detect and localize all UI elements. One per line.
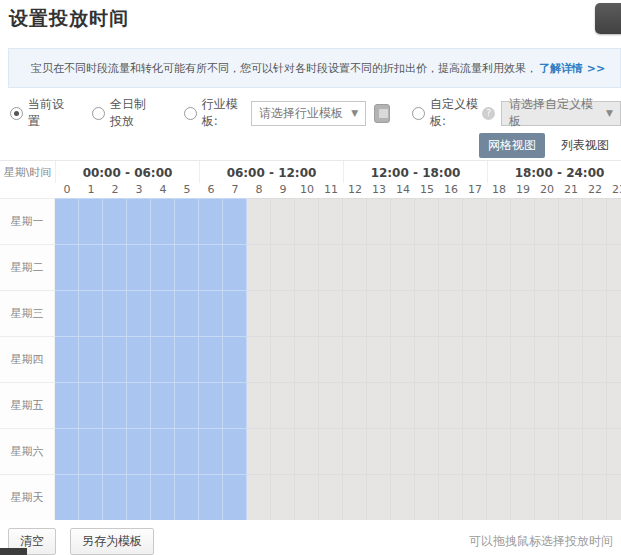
grid-cell[interactable]: [175, 198, 199, 244]
grid-cell[interactable]: [583, 336, 607, 382]
grid-cell[interactable]: [55, 382, 79, 428]
grid-cell[interactable]: [223, 290, 247, 336]
grid-cell[interactable]: [271, 474, 295, 520]
grid-cell[interactable]: [511, 290, 535, 336]
grid-cell[interactable]: [559, 382, 583, 428]
grid-cell[interactable]: [487, 290, 511, 336]
learn-more-link[interactable]: 了解详情 >>: [539, 61, 605, 76]
grid-cell[interactable]: [319, 382, 343, 428]
grid-cell[interactable]: [199, 290, 223, 336]
grid-cell[interactable]: [415, 428, 439, 474]
grid-cell[interactable]: [295, 474, 319, 520]
grid-cell[interactable]: [175, 382, 199, 428]
grid-cell[interactable]: [415, 290, 439, 336]
grid-cell[interactable]: [223, 198, 247, 244]
grid-cell[interactable]: [535, 428, 559, 474]
radio-industry-template[interactable]: 行业模板:: [184, 96, 241, 130]
grid-cell[interactable]: [463, 336, 487, 382]
grid-cell[interactable]: [175, 428, 199, 474]
radio-button[interactable]: [184, 107, 197, 120]
grid-cell[interactable]: [559, 290, 583, 336]
grid-cell[interactable]: [319, 244, 343, 290]
grid-cell[interactable]: [271, 336, 295, 382]
grid-cell[interactable]: [55, 474, 79, 520]
grid-cell[interactable]: [607, 336, 621, 382]
grid-cell[interactable]: [127, 474, 151, 520]
grid-cell[interactable]: [367, 428, 391, 474]
grid-cell[interactable]: [367, 336, 391, 382]
grid-cell[interactable]: [607, 474, 621, 520]
grid-cell[interactable]: [487, 474, 511, 520]
grid-cell[interactable]: [319, 428, 343, 474]
grid-cell[interactable]: [199, 474, 223, 520]
grid-cell[interactable]: [247, 474, 271, 520]
radio-all-day[interactable]: 全日制投放: [92, 96, 156, 130]
grid-cell[interactable]: [295, 382, 319, 428]
grid-cell[interactable]: [439, 244, 463, 290]
grid-cell[interactable]: [415, 336, 439, 382]
grid-cell[interactable]: [559, 428, 583, 474]
grid-cell[interactable]: [79, 382, 103, 428]
grid-cell[interactable]: [391, 290, 415, 336]
template-action-icon[interactable]: [374, 104, 390, 123]
grid-cell[interactable]: [223, 428, 247, 474]
grid-cell[interactable]: [175, 290, 199, 336]
grid-cell[interactable]: [295, 428, 319, 474]
grid-cell[interactable]: [151, 336, 175, 382]
grid-cell[interactable]: [559, 244, 583, 290]
grid-cell[interactable]: [535, 244, 559, 290]
grid-cell[interactable]: [439, 290, 463, 336]
grid-cell[interactable]: [463, 244, 487, 290]
grid-cell[interactable]: [247, 198, 271, 244]
grid-cell[interactable]: [55, 428, 79, 474]
grid-cell[interactable]: [487, 428, 511, 474]
grid-cell[interactable]: [79, 428, 103, 474]
grid-cell[interactable]: [511, 474, 535, 520]
grid-cell[interactable]: [511, 336, 535, 382]
grid-cell[interactable]: [583, 290, 607, 336]
grid-cell[interactable]: [223, 244, 247, 290]
grid-cell[interactable]: [199, 244, 223, 290]
grid-cell[interactable]: [391, 428, 415, 474]
grid-cell[interactable]: [583, 428, 607, 474]
grid-cell[interactable]: [199, 336, 223, 382]
grid-cell[interactable]: [463, 198, 487, 244]
grid-cell[interactable]: [343, 290, 367, 336]
grid-cell[interactable]: [607, 382, 621, 428]
grid-cell[interactable]: [487, 244, 511, 290]
radio-current-settings[interactable]: 当前设置: [10, 96, 64, 130]
grid-cell[interactable]: [439, 474, 463, 520]
grid-cell[interactable]: [175, 474, 199, 520]
grid-cell[interactable]: [487, 382, 511, 428]
grid-cell[interactable]: [367, 244, 391, 290]
grid-cell[interactable]: [127, 336, 151, 382]
industry-template-select[interactable]: 请选择行业模板 ▼: [251, 101, 366, 126]
grid-cell[interactable]: [271, 198, 295, 244]
grid-cell[interactable]: [199, 382, 223, 428]
grid-cell[interactable]: [343, 474, 367, 520]
grid-cell[interactable]: [343, 244, 367, 290]
grid-cell[interactable]: [223, 382, 247, 428]
grid-cell[interactable]: [127, 428, 151, 474]
grid-cell[interactable]: [223, 336, 247, 382]
grid-cell[interactable]: [367, 290, 391, 336]
grid-cell[interactable]: [271, 428, 295, 474]
grid-cell[interactable]: [415, 244, 439, 290]
grid-cell[interactable]: [247, 290, 271, 336]
grid-cell[interactable]: [487, 198, 511, 244]
custom-template-select[interactable]: 请选择自定义模板 ▼: [501, 101, 621, 126]
grid-cell[interactable]: [103, 428, 127, 474]
grid-cell[interactable]: [55, 198, 79, 244]
grid-cell[interactable]: [295, 198, 319, 244]
grid-cell[interactable]: [151, 428, 175, 474]
grid-cell[interactable]: [463, 290, 487, 336]
grid-cell[interactable]: [487, 336, 511, 382]
grid-cell[interactable]: [535, 474, 559, 520]
grid-cell[interactable]: [127, 244, 151, 290]
grid-cell[interactable]: [391, 336, 415, 382]
grid-cell[interactable]: [343, 382, 367, 428]
radio-custom-template[interactable]: 自定义模板:: [412, 96, 479, 130]
grid-cell[interactable]: [271, 244, 295, 290]
grid-cell[interactable]: [439, 382, 463, 428]
grid-cell[interactable]: [559, 474, 583, 520]
